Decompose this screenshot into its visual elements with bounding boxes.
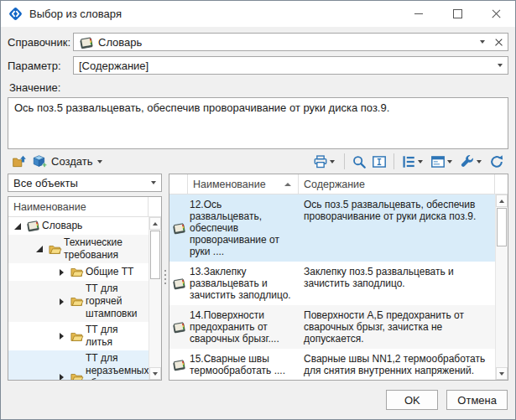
table-row[interactable]: 15.Сварные швы термообработать ....Сварн… bbox=[169, 349, 495, 380]
entry-content-cell: Поверхности А,Б предохранить от сварочны… bbox=[299, 305, 495, 349]
create-cube-icon bbox=[32, 154, 47, 169]
sort-ascending-icon bbox=[284, 183, 291, 186]
tree-frame: Наименование Словарь Технические требова… bbox=[8, 196, 162, 381]
minimize-icon bbox=[414, 13, 423, 14]
folder-icon bbox=[67, 294, 86, 309]
scroll-up-button[interactable] bbox=[149, 217, 161, 230]
tree-item[interactable]: Общие ТТ bbox=[8, 263, 149, 281]
expander-collapsed-icon[interactable] bbox=[55, 296, 67, 308]
print-button[interactable] bbox=[310, 152, 340, 172]
tree-body: Словарь Технические требования Общие ТТ … bbox=[8, 217, 161, 380]
tree-item[interactable]: Технические требования bbox=[8, 235, 149, 263]
tree-item[interactable]: ТТ для горячей штамповки bbox=[8, 281, 149, 322]
reference-value: Словарь bbox=[98, 36, 142, 49]
table-row[interactable]: 12.Ось развальцевать, обеспечив проворач… bbox=[169, 194, 495, 262]
cancel-button[interactable]: Отмена bbox=[446, 390, 508, 410]
tree-item[interactable]: ТТ для литья bbox=[8, 322, 149, 350]
tree-item[interactable]: ТТ для неразъемных сборочных единиц bbox=[8, 350, 149, 380]
clear-icon[interactable] bbox=[495, 39, 503, 46]
close-icon bbox=[492, 9, 501, 18]
tree-header: Наименование bbox=[8, 197, 161, 217]
title-bar: Выбор из словаря bbox=[1, 1, 515, 27]
list-view-button[interactable] bbox=[399, 152, 428, 172]
entry-name-cell: 12.Ось развальцевать, обеспечив проворач… bbox=[188, 194, 299, 262]
preview-pane-icon bbox=[372, 154, 387, 169]
list-view-icon bbox=[401, 154, 416, 169]
entry-name-cell: 14.Поверхности предохранить от сварочных… bbox=[188, 305, 299, 349]
dictionary-entry-icon bbox=[169, 194, 188, 262]
value-textbox[interactable]: Ось поз.5 развальцевать, обеспечив прово… bbox=[8, 97, 508, 149]
scroll-track[interactable] bbox=[496, 207, 508, 367]
entry-content-cell: Сварные швы NN1,2 термообработать для сн… bbox=[299, 349, 495, 380]
maximize-button[interactable] bbox=[438, 1, 477, 27]
toolbar-separator bbox=[344, 153, 345, 169]
folder-icon bbox=[67, 371, 86, 381]
tree-item-label: Общие ТТ bbox=[86, 266, 149, 278]
table-scrollbar[interactable] bbox=[495, 194, 508, 380]
tree-item-label: ТТ для неразъемных сборочных единиц bbox=[86, 352, 149, 380]
reference-combobox[interactable]: Словарь bbox=[73, 33, 508, 51]
chevron-down-icon[interactable] bbox=[151, 181, 156, 184]
content-column-header[interactable]: Содержание bbox=[299, 174, 495, 194]
table-body: 12.Ось развальцевать, обеспечив проворач… bbox=[169, 194, 508, 380]
name-column-header[interactable]: Наименование bbox=[188, 174, 299, 194]
chevron-down-icon[interactable] bbox=[498, 64, 503, 67]
entry-content-cell: Ось поз.5 развальцевать, обеспечив прово… bbox=[299, 194, 495, 262]
book-icon bbox=[23, 219, 42, 233]
chevron-down-icon[interactable] bbox=[480, 40, 485, 44]
table-row[interactable]: 13.Заклепку развальцевать и зачистить за… bbox=[169, 262, 495, 305]
scroll-thumb[interactable] bbox=[150, 231, 160, 279]
entry-content-cell: Заклепку поз.5 развальцевать и зачистить… bbox=[299, 262, 495, 305]
entry-name-cell: 13.Заклепку развальцевать и зачистить за… bbox=[188, 262, 299, 305]
app-logo-icon bbox=[8, 7, 23, 21]
tree-items: Словарь Технические требования Общие ТТ … bbox=[8, 217, 149, 380]
maximize-icon bbox=[453, 9, 462, 18]
refresh-button[interactable] bbox=[487, 152, 507, 172]
card-view-icon bbox=[430, 154, 446, 169]
panel-splitter[interactable] bbox=[162, 174, 169, 381]
expander-collapsed-icon[interactable] bbox=[55, 371, 67, 380]
tree-column-header[interactable]: Наименование bbox=[8, 197, 149, 216]
parameter-label: Параметр: bbox=[8, 60, 73, 72]
expander-expanded-icon[interactable] bbox=[12, 220, 23, 232]
scroll-thumb[interactable] bbox=[497, 208, 507, 246]
tree-scrollbar[interactable] bbox=[149, 217, 161, 380]
create-object-button[interactable]: Создать bbox=[29, 152, 107, 172]
card-view-button[interactable] bbox=[428, 152, 457, 172]
expander-collapsed-icon[interactable] bbox=[55, 330, 67, 342]
minimize-button[interactable] bbox=[399, 1, 438, 27]
window-title: Выбор из словаря bbox=[29, 8, 399, 20]
chevron-down-icon bbox=[97, 160, 102, 163]
scroll-up-button[interactable] bbox=[496, 194, 508, 207]
ok-button[interactable]: OK bbox=[386, 390, 438, 410]
scroll-down-button[interactable] bbox=[149, 367, 161, 380]
objects-filter-combobox[interactable]: Все объекты bbox=[8, 174, 162, 192]
preview-pane-button[interactable] bbox=[369, 152, 389, 172]
value-text: Ось поз.5 развальцевать, обеспечив прово… bbox=[14, 101, 389, 114]
table-row[interactable]: 14.Поверхности предохранить от сварочных… bbox=[169, 305, 495, 349]
create-button-label: Создать bbox=[51, 155, 92, 168]
tree-panel: Все объекты Наименование bbox=[8, 174, 162, 381]
tree-item-label: Словарь bbox=[42, 220, 149, 232]
book-icon bbox=[79, 35, 94, 49]
panels-area: Все объекты Наименование bbox=[8, 174, 508, 381]
chevron-down-icon bbox=[477, 160, 482, 163]
tree-item[interactable]: Словарь bbox=[8, 217, 149, 235]
arrow-down-icon bbox=[499, 372, 504, 376]
table-header-aux-cell bbox=[495, 174, 508, 194]
search-icon bbox=[352, 154, 367, 169]
tools-button[interactable] bbox=[457, 152, 487, 172]
open-folder-up-button[interactable] bbox=[9, 152, 29, 172]
close-button[interactable] bbox=[477, 1, 515, 27]
expander-collapsed-icon[interactable] bbox=[55, 267, 67, 278]
entry-name-cell: 15.Сварные швы термообработать .... bbox=[188, 349, 299, 380]
parameter-combobox[interactable]: [Содержание] bbox=[73, 56, 508, 75]
tree-item-label: Технические требования bbox=[64, 236, 149, 262]
search-button[interactable] bbox=[349, 152, 369, 172]
expander-expanded-icon[interactable] bbox=[34, 243, 45, 255]
parameter-value: [Содержание] bbox=[79, 60, 149, 72]
scroll-down-button[interactable] bbox=[496, 367, 508, 380]
value-label: Значение: bbox=[9, 81, 508, 94]
folder-icon bbox=[67, 329, 86, 344]
scroll-track[interactable] bbox=[149, 230, 161, 367]
